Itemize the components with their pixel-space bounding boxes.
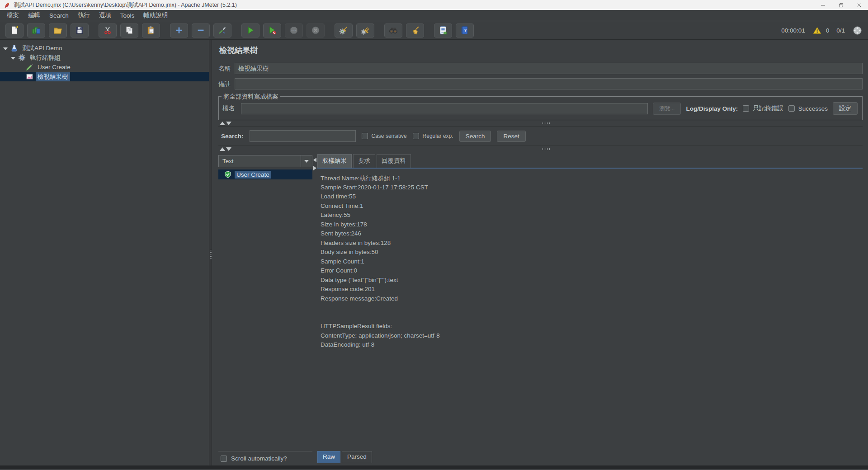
- result-line: Thread Name:執行緒群組 1-1: [321, 174, 863, 184]
- successes-checkbox[interactable]: [788, 105, 795, 112]
- new-icon: [9, 25, 19, 35]
- result-line: Error Count:0: [321, 267, 863, 277]
- regular-exp-checkbox[interactable]: [413, 133, 419, 139]
- filename-label: 檔名: [222, 104, 236, 113]
- tab-response-data[interactable]: 回覆資料: [377, 154, 411, 168]
- collapse-right-icon[interactable]: [313, 166, 316, 170]
- paste-button[interactable]: [142, 24, 160, 38]
- results-view-selector[interactable]: Text: [218, 155, 312, 167]
- collapse-down-icon[interactable]: [226, 122, 231, 125]
- svg-text:STOP: STOP: [291, 29, 297, 32]
- menu-file[interactable]: 檔案: [2, 10, 24, 21]
- reset-search-button[interactable]: [406, 24, 424, 38]
- tree-item-user-create[interactable]: User Create: [0, 62, 209, 72]
- menu-options[interactable]: 選項: [94, 10, 116, 21]
- tab-sampler-result[interactable]: 取樣結果: [317, 154, 352, 168]
- browse-button: 瀏覽...: [653, 103, 681, 115]
- paste-icon: [146, 25, 156, 35]
- splitter-grip[interactable]: [210, 250, 212, 259]
- window-controls: [814, 0, 868, 10]
- close-button[interactable]: [850, 0, 868, 10]
- groupbox-title: 將全部資料寫成檔案: [222, 93, 280, 101]
- configure-button[interactable]: 設定: [833, 102, 858, 115]
- lower-splitter[interactable]: [218, 146, 863, 152]
- toggle-elements-button[interactable]: [213, 24, 231, 38]
- log-warning-indicator[interactable]: 0: [812, 26, 830, 35]
- menu-edit[interactable]: 編輯: [24, 10, 45, 21]
- clear-all-button[interactable]: [356, 24, 374, 38]
- copy-button[interactable]: [120, 24, 138, 38]
- splitter-collapse-arrows[interactable]: [220, 147, 231, 151]
- tab-request[interactable]: 要求: [353, 154, 375, 168]
- errors-checkbox[interactable]: [743, 105, 749, 112]
- collapse-all-button[interactable]: [192, 24, 210, 38]
- splitter-collapse-arrows[interactable]: [220, 122, 231, 125]
- search-submit-button[interactable]: Search: [459, 131, 491, 142]
- scroll-automatically-checkbox[interactable]: [221, 456, 227, 462]
- collapse-down-icon[interactable]: [226, 147, 231, 151]
- maximize-button[interactable]: [832, 0, 850, 10]
- clear-button[interactable]: [335, 24, 353, 38]
- expander-spacer: [18, 65, 24, 70]
- open-file-button[interactable]: [49, 24, 67, 38]
- test-plan-icon: [10, 44, 18, 52]
- tab-raw[interactable]: Raw: [317, 451, 340, 463]
- cut-button[interactable]: [99, 24, 117, 38]
- menu-tools[interactable]: Tools: [116, 11, 139, 20]
- minimize-button[interactable]: [814, 0, 832, 10]
- expander-icon[interactable]: [10, 55, 16, 61]
- case-sensitive-checkbox[interactable]: [362, 133, 368, 139]
- toolbar-buttons: STOP?: [5, 24, 474, 38]
- result-line: Response code:201: [321, 286, 863, 295]
- tab-parsed[interactable]: Parsed: [342, 451, 372, 463]
- test-plan-tree: 測試API Demo執行緒群組User Create檢視結果樹: [0, 40, 209, 465]
- save-button[interactable]: [71, 24, 89, 38]
- result-line: HTTPSampleResult fields:: [321, 323, 863, 332]
- expand-all-button[interactable]: [170, 24, 188, 38]
- results-inner-splitter[interactable]: [312, 155, 317, 465]
- window-title: 測試API Demo.jmx (C:\Users\kenny\Desktop\測…: [14, 1, 237, 9]
- tree-item-label: 檢視結果樹: [36, 72, 70, 81]
- name-input[interactable]: [235, 63, 863, 74]
- stop-button: STOP: [285, 24, 303, 38]
- result-item-label: User Create: [235, 171, 271, 179]
- menu-search[interactable]: Search: [45, 11, 73, 20]
- comments-input[interactable]: [235, 78, 863, 89]
- result-item-user-create[interactable]: User Create: [218, 169, 312, 179]
- result-line: Sent bytes:246: [321, 230, 863, 240]
- start-no-pauses-button[interactable]: [263, 24, 281, 38]
- collapse-up-icon[interactable]: [220, 122, 225, 125]
- binoculars-icon: [388, 25, 398, 35]
- expander-icon[interactable]: [3, 46, 8, 51]
- splitter-grip[interactable]: [542, 148, 550, 150]
- scroll-automatically-group: Scroll automatically?: [218, 451, 312, 465]
- collapse-up-icon[interactable]: [220, 147, 225, 151]
- elapsed-timer: 00:00:01: [781, 27, 805, 34]
- menu-help[interactable]: 輔助說明: [139, 10, 172, 21]
- tree-item-view-results-tree[interactable]: 檢視結果樹: [0, 72, 209, 81]
- regular-exp-label: Regular exp.: [423, 133, 453, 139]
- search-button[interactable]: [384, 24, 402, 38]
- tree-item-test-plan[interactable]: 測試API Demo: [0, 43, 209, 53]
- search-reset-button[interactable]: Reset: [497, 131, 525, 142]
- search-input[interactable]: [250, 130, 356, 142]
- menu-run[interactable]: 執行: [73, 10, 94, 21]
- function-helper-button[interactable]: [434, 24, 452, 38]
- help-button[interactable]: ?: [456, 24, 474, 38]
- jmeter-logo-icon: [4, 2, 10, 9]
- start-button[interactable]: [241, 24, 259, 38]
- upper-splitter[interactable]: [218, 120, 863, 126]
- result-detail-column: 取樣結果要求回覆資料 Thread Name:執行緒群組 1-1Sample S…: [317, 155, 863, 465]
- function-helper-icon: [438, 25, 448, 35]
- collapse-left-icon[interactable]: [313, 158, 316, 162]
- tree-item-thread-group[interactable]: 執行緒群組: [0, 53, 209, 62]
- result-line: Latency:55: [321, 212, 863, 221]
- filename-input[interactable]: [241, 103, 648, 114]
- name-row: 名稱: [218, 63, 863, 74]
- splitter-grip[interactable]: [542, 122, 550, 124]
- chevron-down-icon[interactable]: [301, 155, 312, 167]
- toolbar-status: 00:00:01 0 0/1: [781, 25, 863, 36]
- main-splitter[interactable]: [209, 40, 212, 465]
- templates-button[interactable]: [27, 24, 45, 38]
- new-test-plan-button[interactable]: [5, 24, 24, 38]
